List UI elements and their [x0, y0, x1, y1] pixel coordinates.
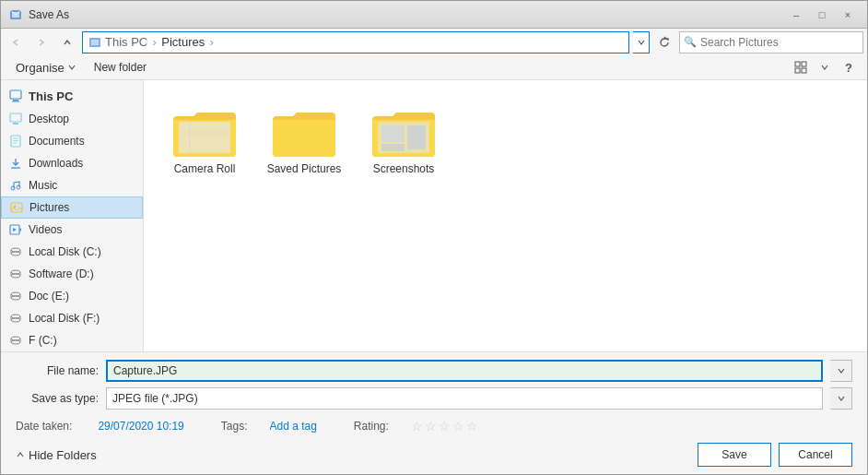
local-disk-f-icon	[8, 311, 23, 326]
hide-folders-icon	[16, 450, 25, 459]
minimize-button[interactable]: –	[784, 5, 808, 25]
svg-rect-8	[10, 90, 21, 99]
svg-point-44	[11, 340, 20, 344]
sidebar-software-d-label: Software (D:)	[29, 267, 94, 280]
file-area: Camera Roll Saved Pictures	[144, 80, 867, 351]
sidebar-item-doc-e[interactable]: Doc (E:)	[1, 285, 143, 307]
svg-point-36	[11, 296, 20, 300]
computer-icon	[8, 89, 23, 103]
svg-marker-24	[13, 228, 17, 232]
sidebar-item-desktop[interactable]: Desktop	[1, 108, 143, 130]
metadata-row: Date taken: 29/07/2020 10:19 Tags: Add a…	[16, 415, 852, 437]
sidebar: This PC Desktop	[1, 80, 144, 351]
sidebar-item-videos[interactable]: Videos	[1, 219, 143, 241]
address-bar: This PC › Pictures › 🔍	[1, 29, 867, 55]
svg-rect-5	[802, 62, 806, 66]
refresh-button[interactable]	[653, 31, 675, 53]
search-icon: 🔍	[684, 36, 697, 48]
address-input[interactable]: This PC › Pictures ›	[82, 31, 629, 53]
sidebar-f-c-label: F (C:)	[29, 334, 57, 347]
star-3[interactable]: ☆	[439, 419, 451, 433]
tags-label: Tags:	[221, 420, 248, 433]
file-name-dropdown-button[interactable]	[830, 360, 852, 382]
doc-e-icon	[8, 289, 23, 303]
svg-rect-10	[12, 101, 19, 102]
add-tag-link[interactable]: Add a tag	[269, 420, 316, 433]
camera-roll-folder-icon	[171, 103, 238, 159]
svg-point-40	[11, 318, 20, 322]
sidebar-item-music[interactable]: Music	[1, 174, 143, 196]
cancel-button[interactable]: Cancel	[779, 443, 852, 467]
local-disk-c-icon	[8, 244, 23, 259]
pictures-icon	[9, 200, 24, 215]
star-1[interactable]: ☆	[411, 419, 423, 433]
date-taken-label: Date taken:	[16, 420, 72, 433]
camera-roll-label: Camera Roll	[174, 162, 236, 175]
sidebar-item-software-d[interactable]: Software (D:)	[1, 263, 143, 285]
svg-point-37	[11, 315, 20, 318]
sidebar-item-local-disk-f[interactable]: Local Disk (F:)	[1, 307, 143, 329]
svg-rect-3	[91, 40, 99, 45]
sidebar-item-downloads[interactable]: Downloads	[1, 152, 143, 174]
documents-icon	[8, 134, 23, 148]
address-dropdown-button[interactable]	[633, 31, 650, 53]
svg-rect-6	[795, 68, 800, 73]
close-button[interactable]: ×	[836, 5, 860, 25]
folder-saved-pictures[interactable]: Saved Pictures	[258, 95, 350, 184]
organise-label: Organise	[16, 61, 65, 75]
hide-folders-button[interactable]: Hide Folders	[16, 448, 97, 462]
svg-point-29	[11, 270, 20, 274]
sidebar-item-documents[interactable]: Documents	[1, 130, 143, 152]
new-folder-button[interactable]: New folder	[87, 57, 154, 77]
rating-label: Rating:	[354, 420, 389, 433]
search-box[interactable]: 🔍	[679, 31, 863, 53]
toolbar: This PC › Pictures › 🔍	[1, 29, 867, 80]
svg-rect-49	[381, 125, 405, 142]
save-type-dropdown-button[interactable]	[830, 387, 852, 410]
organise-button[interactable]: Organise	[8, 57, 83, 77]
sidebar-item-this-pc[interactable]: This PC	[1, 84, 143, 108]
rating-stars[interactable]: ☆ ☆ ☆ ☆ ☆	[411, 419, 478, 433]
forward-button[interactable]	[30, 31, 53, 53]
star-5[interactable]: ☆	[466, 419, 478, 433]
folder-screenshots[interactable]: Screenshots	[358, 95, 450, 184]
screenshots-folder-icon	[370, 103, 437, 159]
main-area: This PC Desktop	[1, 80, 867, 351]
music-icon	[8, 178, 23, 193]
file-name-input[interactable]	[106, 360, 823, 382]
up-button[interactable]	[56, 31, 78, 53]
maximize-button[interactable]: □	[810, 5, 834, 25]
svg-rect-51	[381, 144, 405, 151]
view-dropdown-button[interactable]	[814, 57, 836, 77]
svg-point-32	[11, 274, 20, 278]
sidebar-local-disk-c-label: Local Disk (C:)	[29, 245, 101, 258]
saved-pictures-folder-icon	[271, 103, 337, 159]
sidebar-item-local-disk-c[interactable]: Local Disk (C:)	[1, 241, 143, 263]
desktop-icon	[8, 112, 23, 126]
save-type-label: Save as type:	[16, 392, 99, 405]
back-button[interactable]	[5, 31, 27, 53]
search-input[interactable]	[700, 36, 859, 49]
sidebar-item-pictures[interactable]: Pictures	[1, 196, 143, 219]
view-toggle-button[interactable]	[790, 57, 812, 77]
svg-rect-9	[13, 100, 18, 101]
sidebar-videos-label: Videos	[29, 223, 62, 236]
software-d-icon	[8, 267, 23, 281]
sidebar-documents-label: Documents	[29, 135, 85, 148]
file-name-row: File name:	[16, 360, 852, 382]
screenshots-label: Screenshots	[373, 162, 435, 175]
folder-camera-roll[interactable]: Camera Roll	[158, 95, 251, 184]
star-2[interactable]: ☆	[425, 419, 437, 433]
save-button[interactable]: Save	[698, 443, 771, 467]
star-4[interactable]: ☆	[452, 419, 464, 433]
help-button[interactable]: ?	[838, 57, 860, 77]
save-type-value[interactable]: JPEG file (*.JPG)	[106, 387, 823, 410]
date-taken-value: 29/07/2020 10:19	[98, 420, 183, 433]
sidebar-music-label: Music	[29, 179, 57, 192]
sidebar-item-f-c[interactable]: F (C:)	[1, 329, 143, 351]
svg-point-41	[11, 337, 20, 340]
sidebar-doc-e-label: Doc (E:)	[29, 290, 69, 303]
this-pc-label: This PC	[29, 89, 73, 103]
svg-rect-50	[407, 125, 426, 149]
save-type-row: Save as type: JPEG file (*.JPG)	[16, 387, 852, 410]
